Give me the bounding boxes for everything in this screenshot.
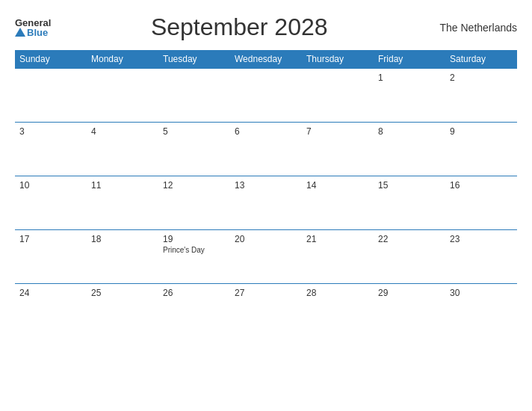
day-number: 30 <box>450 288 513 298</box>
day-number: 19 <box>163 234 226 244</box>
day-cell: 30 <box>445 284 517 338</box>
day-cell: 29 <box>374 284 445 338</box>
day-number: 25 <box>91 288 154 298</box>
weekday-header-thursday: Thursday <box>302 50 374 69</box>
day-cell <box>87 69 158 123</box>
day-cell: 22 <box>374 230 445 284</box>
week-row-5: 24252627282930 <box>15 284 517 338</box>
day-cell: 18 <box>87 230 158 284</box>
day-number: 23 <box>450 234 513 244</box>
day-cell: 16 <box>445 176 517 230</box>
day-cell <box>230 69 302 123</box>
day-number: 17 <box>19 234 82 244</box>
country-name: The Netherlands <box>427 22 517 34</box>
day-cell: 7 <box>302 123 374 176</box>
day-cell: 21 <box>302 230 374 284</box>
day-cell: 24 <box>15 284 87 338</box>
day-cell <box>158 69 230 123</box>
weekday-header-saturday: Saturday <box>445 50 517 69</box>
logo-triangle-icon <box>15 28 25 37</box>
day-number: 12 <box>163 180 226 191</box>
logo: General Blue <box>15 18 51 37</box>
week-row-4: 171819Prince's Day20212223 <box>15 230 517 284</box>
day-number: 13 <box>235 180 297 191</box>
day-cell: 25 <box>87 284 158 338</box>
day-number: 26 <box>163 288 226 298</box>
week-row-1: 12 <box>15 69 517 123</box>
day-number: 3 <box>19 126 82 137</box>
day-number: 16 <box>450 180 513 191</box>
day-number: 24 <box>19 288 82 298</box>
day-cell: 19Prince's Day <box>158 230 230 284</box>
day-cell: 12 <box>158 176 230 230</box>
day-cell: 14 <box>302 176 374 230</box>
day-number: 21 <box>306 234 369 244</box>
day-cell: 8 <box>374 123 445 176</box>
day-number: 4 <box>91 126 154 137</box>
day-cell: 5 <box>158 123 230 176</box>
header: General Blue September 2028 The Netherla… <box>15 13 517 41</box>
day-cell: 6 <box>230 123 302 176</box>
day-cell: 26 <box>158 284 230 338</box>
day-number: 29 <box>378 288 441 298</box>
day-cell: 28 <box>302 284 374 338</box>
day-cell: 10 <box>15 176 87 230</box>
day-cell: 3 <box>15 123 87 176</box>
day-number: 28 <box>306 288 369 298</box>
week-row-3: 10111213141516 <box>15 176 517 230</box>
day-number: 15 <box>378 180 441 191</box>
calendar-title: September 2028 <box>51 13 427 41</box>
weekday-header-row: SundayMondayTuesdayWednesdayThursdayFrid… <box>15 50 517 69</box>
weekday-header-tuesday: Tuesday <box>158 50 230 69</box>
day-number: 5 <box>163 126 226 137</box>
day-cell: 17 <box>15 230 87 284</box>
day-number: 27 <box>235 288 297 298</box>
day-cell: 13 <box>230 176 302 230</box>
day-cell: 9 <box>445 123 517 176</box>
calendar-page: General Blue September 2028 The Netherla… <box>0 0 532 411</box>
day-cell: 4 <box>87 123 158 176</box>
day-cell: 1 <box>374 69 445 123</box>
day-cell: 11 <box>87 176 158 230</box>
day-number: 1 <box>378 72 441 83</box>
day-number: 2 <box>450 72 513 83</box>
day-number: 11 <box>91 180 154 191</box>
day-number: 6 <box>235 126 297 137</box>
weekday-header-monday: Monday <box>87 50 158 69</box>
logo-blue-text: Blue <box>15 28 48 37</box>
day-cell: 23 <box>445 230 517 284</box>
day-cell: 27 <box>230 284 302 338</box>
day-number: 14 <box>306 180 369 191</box>
week-row-2: 3456789 <box>15 123 517 176</box>
weekday-header-wednesday: Wednesday <box>230 50 302 69</box>
day-number: 20 <box>235 234 297 244</box>
day-number: 8 <box>378 126 441 137</box>
day-cell <box>302 69 374 123</box>
calendar-table: SundayMondayTuesdayWednesdayThursdayFrid… <box>15 50 517 338</box>
day-cell: 15 <box>374 176 445 230</box>
day-number: 9 <box>450 126 513 137</box>
day-cell: 20 <box>230 230 302 284</box>
day-cell <box>15 69 87 123</box>
day-number: 18 <box>91 234 154 244</box>
weekday-header-sunday: Sunday <box>15 50 87 69</box>
day-number: 7 <box>306 126 369 137</box>
day-number: 22 <box>378 234 441 244</box>
logo-general-text: General <box>15 18 51 28</box>
weekday-header-friday: Friday <box>374 50 445 69</box>
event-label: Prince's Day <box>163 246 226 254</box>
day-cell: 2 <box>445 69 517 123</box>
day-number: 10 <box>19 180 82 191</box>
